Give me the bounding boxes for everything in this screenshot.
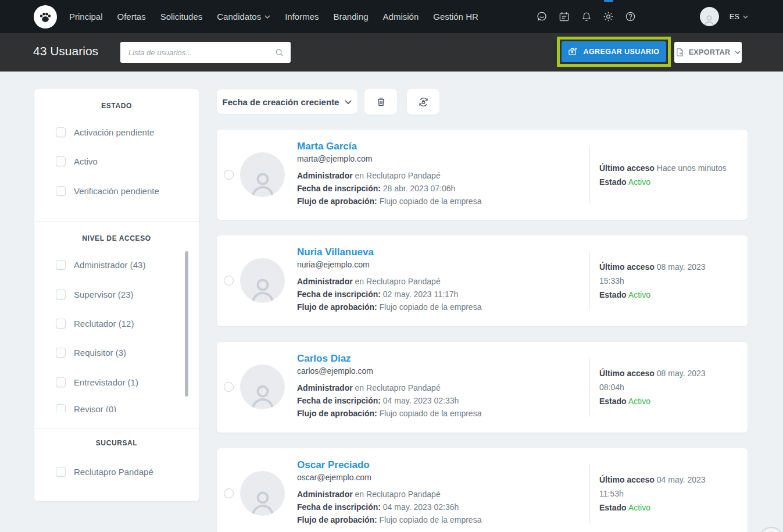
nav-item-admision[interactable]: Admisión <box>383 12 419 22</box>
nav-item-gestion-hr[interactable]: Gestión HR <box>433 12 478 22</box>
user-select-radio[interactable] <box>224 382 234 392</box>
filter-activacion-pendiente[interactable]: Activación pendiente <box>56 125 154 139</box>
filter-label: Activo <box>74 156 98 166</box>
user-name-link[interactable]: Carlos Díaz <box>297 353 351 365</box>
chat-icon[interactable] <box>531 0 553 33</box>
nav-item-candidatos-label: Candidatos <box>217 12 261 22</box>
user-avatar <box>240 471 285 516</box>
card-divider <box>589 145 590 204</box>
search-icon[interactable] <box>275 48 284 57</box>
notifications-bell-icon[interactable] <box>575 0 598 33</box>
nav-item-informes[interactable]: Informes <box>285 12 319 22</box>
user-role: Administrador <box>297 490 353 499</box>
user-avatar <box>240 365 285 409</box>
filter-activo[interactable]: Activo <box>56 154 98 168</box>
nav-item-solicitudes[interactable]: Solicitudes <box>160 12 203 22</box>
checkbox[interactable] <box>56 377 66 387</box>
status-line: Estado Activo <box>599 501 732 515</box>
checkbox[interactable] <box>56 348 66 358</box>
status-label: Estado <box>599 177 627 187</box>
checkbox[interactable] <box>56 319 66 329</box>
user-email: carlos@ejemplo.com <box>297 366 481 376</box>
checkbox[interactable] <box>56 186 66 196</box>
chevron-down-icon <box>345 100 352 104</box>
chevron-down-icon <box>264 15 270 19</box>
pandape-logo[interactable] <box>34 5 57 28</box>
registration-label: Fecha de inscripción: <box>297 502 381 512</box>
language-selector[interactable]: ES <box>730 12 748 21</box>
add-user-button[interactable]: AGREGAR USUARIO <box>562 41 666 62</box>
user-name-link[interactable]: Oscar Preciado <box>297 459 370 471</box>
nav-item-principal[interactable]: Principal <box>69 12 103 22</box>
status-line: Estado Activo <box>599 288 732 302</box>
card-divider <box>589 464 590 523</box>
card-divider <box>589 358 590 417</box>
user-avatar-menu[interactable] <box>700 7 719 26</box>
user-name-link[interactable]: Marta García <box>297 141 357 152</box>
user-name-link[interactable]: Nuria Villanueva <box>297 247 374 258</box>
sort-dropdown[interactable]: Fecha de creación creciente <box>217 90 357 114</box>
flow-value: Flujo copiado de la empresa <box>380 302 482 312</box>
last-access-line: Último acceso 04 may. 2023 11:53h <box>599 473 732 501</box>
filter-reclutapro-pandape[interactable]: Reclutapro Pandapé <box>56 465 153 479</box>
last-access-value: Hace unos minutos <box>657 163 727 173</box>
reset-password-icon <box>418 97 429 108</box>
registration-value: 04 may. 2023 02:36h <box>383 502 459 512</box>
reset-password-button[interactable] <box>407 89 439 115</box>
filter-label: Verificación pendiente <box>74 186 159 196</box>
paw-icon <box>38 9 53 24</box>
delete-users-button[interactable] <box>364 89 397 115</box>
filter-label: Supervisor (23) <box>74 290 134 299</box>
filter-requisitor[interactable]: Requisitor (3) <box>56 345 126 359</box>
user-select-radio[interactable] <box>224 276 234 285</box>
filter-administrador[interactable]: Administrador (43) <box>56 258 145 272</box>
floating-button-partial[interactable] <box>759 527 783 532</box>
user-role-line: Administrador en Reclutapro Pandapé <box>297 275 481 288</box>
user-role: Administrador <box>297 383 353 392</box>
card-divider <box>589 251 590 310</box>
checkbox[interactable] <box>56 290 66 299</box>
filter-label: Activación pendiente <box>74 127 154 137</box>
flow-value: Flujo copiado de la empresa <box>380 515 482 524</box>
status-badge: Activo <box>628 503 650 512</box>
nav-item-candidatos[interactable]: Candidatos <box>217 12 270 22</box>
checkbox[interactable] <box>56 404 66 412</box>
top-navbar: Principal Ofertas Solicitudes Candidatos… <box>0 0 783 33</box>
nav-item-ofertas[interactable]: Ofertas <box>117 12 146 22</box>
user-role: Administrador <box>297 171 353 180</box>
help-icon[interactable] <box>620 0 642 33</box>
user-flow-line: Flujo de aprobación: Flujo copiado de la… <box>297 195 481 208</box>
registration-value: 04 may. 2023 02:33h <box>383 396 459 405</box>
user-avatar <box>240 258 285 303</box>
checkbox[interactable] <box>56 260 66 270</box>
sidebar-scrollbar-thumb[interactable] <box>185 251 188 397</box>
filters-sidebar: ESTADO Activación pendiente Activo Verif… <box>34 89 199 501</box>
search-input[interactable] <box>120 48 275 57</box>
user-role-line: Administrador en Reclutapro Pandapé <box>297 381 481 394</box>
calendar-icon[interactable] <box>553 0 575 33</box>
flow-label: Flujo de aprobación: <box>297 302 377 312</box>
filter-entrevistador[interactable]: Entrevistador (1) <box>56 375 138 389</box>
checkbox[interactable] <box>56 156 66 166</box>
registration-value: 28 abr. 2023 07:06h <box>383 184 456 193</box>
filter-verificacion-pendiente[interactable]: Verificación pendiente <box>56 184 159 198</box>
flow-value: Flujo copiado de la empresa <box>380 409 482 418</box>
user-registration-line: Fecha de inscripción: 04 may. 2023 02:33… <box>297 394 481 407</box>
user-flow-line: Flujo de aprobación: Flujo copiado de la… <box>297 513 481 526</box>
agent-highlight-box: AGREGAR USUARIO <box>557 37 671 67</box>
status-line: Estado Activo <box>599 394 732 408</box>
user-select-radio[interactable] <box>224 170 234 180</box>
checkbox[interactable] <box>56 467 66 477</box>
filter-supervisor[interactable]: Supervisor (23) <box>56 287 134 301</box>
checkbox[interactable] <box>56 127 66 137</box>
registration-label: Fecha de inscripción: <box>297 290 381 299</box>
filter-revisor[interactable]: Revisor (0) <box>56 404 116 412</box>
flow-label: Flujo de aprobación: <box>297 409 377 418</box>
filter-reclutador[interactable]: Reclutador (12) <box>56 316 134 330</box>
sort-label: Fecha de creación creciente <box>223 97 339 107</box>
user-card: Carlos Díaz carlos@ejemplo.com Administr… <box>217 342 748 433</box>
user-select-radio[interactable] <box>224 488 234 498</box>
export-button[interactable]: EXPORTAR <box>674 42 742 63</box>
settings-gear-icon[interactable] <box>598 0 620 33</box>
nav-item-branding[interactable]: Branding <box>334 12 369 22</box>
